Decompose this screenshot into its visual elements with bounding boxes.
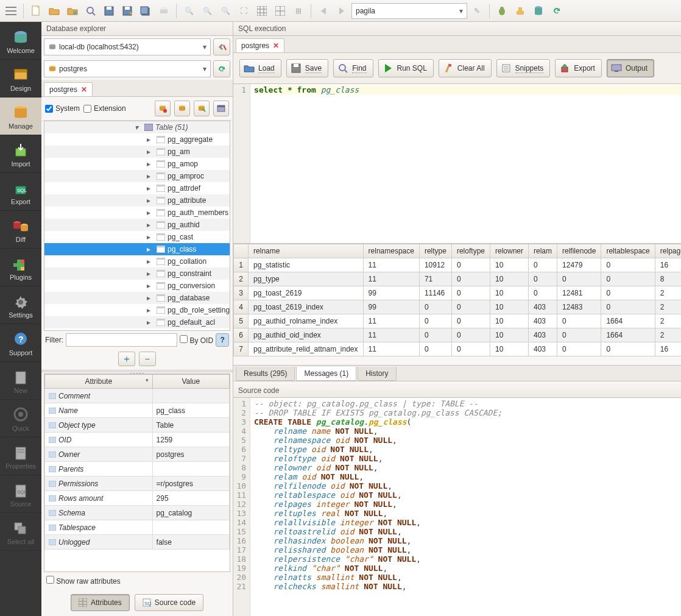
show-raw-checkbox[interactable]: Show raw attributes <box>46 576 121 586</box>
table-pg_conversion[interactable]: ▸ pg_conversion <box>44 280 230 292</box>
sidebar-import[interactable]: Import <box>0 135 41 173</box>
attr-row-permissions[interactable]: Permissions=r/postgres <box>45 476 230 491</box>
table-pg_cast[interactable]: ▸ pg_cast <box>44 231 230 243</box>
table-pg_default_acl[interactable]: ▸ pg_default_acl <box>44 316 230 328</box>
table-pg_am[interactable]: ▸ pg_am <box>44 146 230 158</box>
table-pg_collation[interactable]: ▸ pg_collation <box>44 255 230 267</box>
clear-all-button[interactable]: Clear All <box>439 59 492 77</box>
database-dropdown[interactable]: postgres <box>44 60 211 77</box>
object-tree[interactable]: ▾ Table (51)▸ pg_aggregate▸ pg_am▸ pg_am… <box>44 121 230 331</box>
prev-icon[interactable] <box>315 2 332 19</box>
help-button[interactable]: ? <box>216 333 229 347</box>
result-row[interactable]: 2pg_type11710100008 <box>234 272 681 286</box>
disconnect-button[interactable] <box>213 38 230 55</box>
attr-row-parents[interactable]: Parents <box>45 462 230 476</box>
result-row[interactable]: 1pg_statistic1110912010012479016 <box>234 258 681 272</box>
sidebar-diff[interactable]: Diff <box>0 211 41 249</box>
load-button[interactable]: Load <box>239 59 281 77</box>
attr-row-oid[interactable]: OID1259 <box>45 433 230 447</box>
result-row[interactable]: 4pg_toast_2619_index9900104031248302 <box>234 300 681 314</box>
attr-header[interactable]: Attribute▾ <box>45 375 153 389</box>
zoom-in-icon[interactable]: 🔍 <box>180 2 197 19</box>
sidebar-support[interactable]: ?Support <box>0 324 41 362</box>
toggle-icon[interactable]: ⊞ <box>290 2 307 19</box>
tree-btn1[interactable] <box>155 101 171 116</box>
refresh-db-button[interactable] <box>213 60 230 77</box>
bug-icon[interactable] <box>493 2 510 19</box>
folder-db-icon[interactable] <box>64 2 81 19</box>
tree-btn3[interactable] <box>194 101 210 116</box>
tree-btn2[interactable] <box>174 101 190 116</box>
sidebar-design[interactable]: Design <box>0 60 41 97</box>
col-relname[interactable]: relname <box>249 244 363 258</box>
edit-icon[interactable]: ✎ <box>468 2 485 19</box>
row-num-header[interactable] <box>234 244 249 258</box>
source-code-button[interactable]: SQL Source code <box>135 594 203 611</box>
sidebar-welcome[interactable]: Welcome <box>0 22 41 60</box>
print-icon[interactable] <box>155 2 172 19</box>
sql-tab[interactable]: postgres ✕ <box>236 38 284 52</box>
open-folder-icon[interactable] <box>46 2 63 19</box>
result-row[interactable]: 7pg_attribute_relid_attnam_index11001040… <box>234 342 681 356</box>
sidebar-settings[interactable]: Settings <box>0 286 41 324</box>
zoom-reset-icon[interactable]: ⛶ <box>235 2 252 19</box>
table-pg_attrdef[interactable]: ▸ pg_attrdef <box>44 182 230 194</box>
sidebar-quick[interactable]: Quick <box>0 400 41 437</box>
sidebar-properties[interactable]: Properties <box>0 437 41 475</box>
attr-row-owner[interactable]: Ownerpostgres <box>45 447 230 462</box>
save-as-icon[interactable] <box>119 2 136 19</box>
table-pg_amproc[interactable]: ▸ pg_amproc <box>44 170 230 182</box>
refresh-icon[interactable] <box>548 2 565 19</box>
source-code-editor[interactable]: 123456789101112131415161718192021 -- obj… <box>233 398 681 616</box>
tree-header-tables[interactable]: ▾ Table (51) <box>44 121 230 133</box>
value-header[interactable]: Value <box>152 375 230 389</box>
new-file-icon[interactable] <box>27 2 44 19</box>
zoom-out-icon[interactable]: 🔍 <box>199 2 216 19</box>
by-oid-checkbox[interactable]: By OID <box>180 335 213 345</box>
save-button[interactable]: Save <box>286 59 328 77</box>
save-all-icon[interactable] <box>137 2 154 19</box>
system-checkbox[interactable]: System <box>45 104 80 113</box>
results-tab[interactable]: Results (295) <box>236 367 295 381</box>
table-pg_class[interactable]: ▸ pg_class <box>44 243 230 255</box>
menu-icon[interactable] <box>2 2 19 19</box>
zoom-fit-icon[interactable]: 🔍 <box>217 2 234 19</box>
grid-small-icon[interactable] <box>253 2 270 19</box>
close-sql-tab-icon[interactable]: ✕ <box>273 41 279 50</box>
col-relnamespace[interactable]: relnamespace <box>363 244 419 258</box>
export-button[interactable]: Export <box>555 59 602 77</box>
filter-input[interactable] <box>66 333 177 347</box>
sidebar-export[interactable]: SQLExport <box>0 173 41 211</box>
attr-row-name[interactable]: Namepg_class <box>45 403 230 418</box>
table-pg_db_role_setting[interactable]: ▸ pg_db_role_setting <box>44 304 230 316</box>
sql-editor[interactable]: 1 select * from pg_class <box>233 84 681 244</box>
attr-row-tablespace[interactable]: Tablespace <box>45 520 230 535</box>
cubes-icon[interactable] <box>512 2 529 19</box>
sidebar-new[interactable]: New <box>0 362 41 400</box>
connection-selector[interactable]: local-db (localhost:5432) <box>44 38 211 55</box>
table-pg_authid[interactable]: ▸ pg_authid <box>44 219 230 231</box>
result-row[interactable]: 6pg_authid_oid_index110010403016642 <box>234 328 681 342</box>
table-pg_depend[interactable]: ▸ pg_depend <box>44 328 230 331</box>
sidebar-source[interactable]: SQLSource <box>0 475 41 513</box>
col-reltype[interactable]: reltype <box>419 244 451 258</box>
sidebar-selectall[interactable]: Select all <box>0 513 41 551</box>
find-button[interactable]: Find <box>333 59 373 77</box>
extension-checkbox[interactable]: Extension <box>83 104 126 113</box>
col-relpage[interactable]: relpage <box>655 244 681 258</box>
save-icon[interactable] <box>101 2 118 19</box>
messages-tab[interactable]: Messages (1) <box>296 367 356 381</box>
database-selector[interactable]: pagila <box>351 3 467 19</box>
attributes-button[interactable]: Attributes <box>71 594 130 611</box>
db-icon[interactable] <box>530 2 547 19</box>
next-icon[interactable] <box>333 2 350 19</box>
col-relowner[interactable]: relowner <box>490 244 528 258</box>
output-button[interactable]: Output <box>607 59 654 77</box>
result-row[interactable]: 5pg_authid_rolname_index110010403016642 <box>234 314 681 328</box>
attr-row-comment[interactable]: Comment <box>45 389 230 403</box>
table-pg_constraint[interactable]: ▸ pg_constraint <box>44 267 230 280</box>
close-tab-icon[interactable]: ✕ <box>81 85 87 94</box>
sidebar-plugins[interactable]: Plugins <box>0 249 41 286</box>
attr-row-unlogged[interactable]: Unloggedfalse <box>45 535 230 550</box>
attr-row-schema[interactable]: Schemapg_catalog <box>45 506 230 520</box>
